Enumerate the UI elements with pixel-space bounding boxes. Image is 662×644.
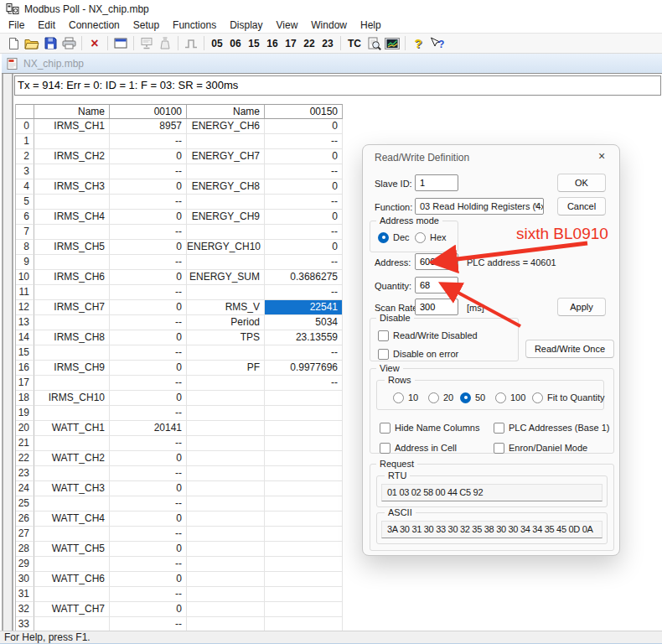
- function-select[interactable]: 03 Read Holding Registers (4x) ∨: [415, 198, 544, 215]
- value-cell[interactable]: --: [110, 164, 187, 179]
- menu-edit[interactable]: Edit: [31, 18, 62, 32]
- value-cell[interactable]: --: [265, 195, 343, 210]
- name-cell[interactable]: IRMS_CH1: [34, 119, 110, 134]
- name-cell[interactable]: [34, 466, 110, 481]
- value-cell[interactable]: --: [110, 285, 187, 300]
- value-cell[interactable]: --: [110, 134, 187, 149]
- value-cell[interactable]: --: [110, 345, 187, 361]
- value-cell[interactable]: [265, 557, 343, 572]
- function-06-button[interactable]: 06: [226, 34, 245, 52]
- name-cell[interactable]: [187, 406, 265, 421]
- value-cell[interactable]: --: [110, 406, 187, 421]
- menu-help[interactable]: Help: [354, 18, 388, 32]
- name-cell[interactable]: [187, 345, 265, 361]
- value-cell[interactable]: 8957: [110, 119, 187, 134]
- name-cell[interactable]: IRMS_CH7: [34, 300, 110, 315]
- value-cell[interactable]: [265, 496, 343, 512]
- value-cell[interactable]: --: [265, 164, 343, 179]
- menu-view[interactable]: View: [270, 18, 305, 32]
- value-cell[interactable]: --: [265, 134, 343, 149]
- value-cell[interactable]: --: [265, 345, 343, 361]
- value-cell[interactable]: --: [110, 315, 187, 330]
- name-cell[interactable]: ENERGY_CH7: [187, 149, 265, 164]
- name-cell[interactable]: [187, 421, 265, 436]
- value-cell[interactable]: [265, 406, 343, 421]
- value-cell[interactable]: [265, 617, 343, 631]
- name-cell[interactable]: [34, 406, 110, 421]
- value-cell[interactable]: 0: [110, 481, 187, 496]
- name-cell[interactable]: [187, 391, 265, 406]
- name-cell[interactable]: Period: [187, 315, 265, 330]
- value-cell[interactable]: [265, 421, 343, 436]
- value-cell[interactable]: 23.13559: [265, 330, 343, 345]
- name-cell[interactable]: WATT_CH5: [34, 542, 110, 557]
- radio-100[interactable]: 100: [495, 392, 525, 403]
- radio-fit-to-quantity[interactable]: Fit to Quantity: [532, 392, 604, 403]
- value-cell[interactable]: --: [110, 466, 187, 481]
- name-cell[interactable]: WATT_CH7: [34, 602, 110, 617]
- slave-id-input[interactable]: [415, 174, 458, 191]
- value-cell[interactable]: --: [265, 376, 343, 391]
- name-cell[interactable]: TPS: [187, 330, 265, 345]
- name-cell[interactable]: [187, 436, 265, 451]
- checkbox-address-in-cell[interactable]: Address in Cell: [380, 442, 457, 454]
- name-cell[interactable]: WATT_CH4: [34, 512, 110, 527]
- function-16-button[interactable]: 16: [263, 34, 282, 52]
- name-cell[interactable]: [34, 225, 110, 240]
- name-cell[interactable]: ENERGY_CH9: [187, 210, 265, 225]
- name-cell[interactable]: [187, 542, 265, 557]
- name-cell[interactable]: [187, 466, 265, 481]
- data-log-button[interactable]: [156, 34, 174, 52]
- name-cell[interactable]: IRMS_CH4: [34, 210, 110, 225]
- name-cell[interactable]: [187, 285, 265, 300]
- value-cell[interactable]: [265, 527, 343, 542]
- name-cell[interactable]: IRMS_CH3: [34, 179, 110, 195]
- value-cell[interactable]: --: [110, 436, 187, 451]
- address-input[interactable]: [415, 253, 458, 270]
- value-cell[interactable]: 0: [110, 361, 187, 376]
- checkbox-enron-daniel-mode[interactable]: Enron/Daniel Mode: [494, 442, 587, 454]
- name-cell[interactable]: [34, 164, 110, 179]
- menu-display[interactable]: Display: [223, 18, 269, 32]
- value-cell[interactable]: --: [110, 195, 187, 210]
- checkbox-read-write-disabled[interactable]: Read/Write Disabled: [378, 330, 478, 341]
- name-cell[interactable]: IRMS_CH5: [34, 240, 110, 255]
- chart-button[interactable]: [383, 34, 401, 52]
- name-cell[interactable]: [187, 481, 265, 496]
- menu-window[interactable]: Window: [304, 18, 354, 32]
- value-cell[interactable]: [265, 466, 343, 481]
- document-titlebar[interactable]: NX_chip.mbp: [2, 54, 662, 74]
- function-15-button[interactable]: 15: [245, 34, 263, 52]
- name-cell[interactable]: [187, 164, 265, 179]
- value-cell[interactable]: 0: [110, 330, 187, 345]
- radio-20[interactable]: 20: [428, 392, 453, 403]
- value-cell[interactable]: 0: [265, 179, 343, 195]
- name-cell[interactable]: IRMS_CH9: [34, 361, 110, 376]
- name-cell[interactable]: [34, 527, 110, 542]
- value-cell[interactable]: [265, 451, 343, 466]
- value-cell[interactable]: 0.9977696: [265, 361, 343, 376]
- value-cell[interactable]: 0: [110, 542, 187, 557]
- context-help-button[interactable]: ?: [427, 34, 447, 52]
- name-cell[interactable]: RMS_V: [187, 300, 265, 315]
- value-cell[interactable]: [265, 481, 343, 496]
- name-cell[interactable]: WATT_CH3: [34, 481, 110, 496]
- name-cell[interactable]: [34, 496, 110, 512]
- name-cell[interactable]: WATT_CH1: [34, 421, 110, 436]
- value-cell[interactable]: [265, 391, 343, 406]
- tc-button[interactable]: TC: [344, 34, 365, 52]
- print-preview-button[interactable]: [365, 34, 383, 52]
- name-cell[interactable]: [187, 557, 265, 572]
- name-cell[interactable]: [187, 376, 265, 391]
- name-cell[interactable]: [187, 255, 265, 270]
- name-cell[interactable]: ENERGY_CH8: [187, 179, 265, 195]
- value-cell[interactable]: --: [265, 255, 343, 270]
- value-cell[interactable]: 22541: [265, 300, 343, 315]
- scan-rate-input[interactable]: [415, 299, 458, 315]
- checkbox-hide-name-columns[interactable]: Hide Name Columns: [380, 422, 479, 434]
- name-cell[interactable]: ENERGY_CH6: [187, 119, 265, 134]
- save-file-button[interactable]: [41, 34, 59, 52]
- value-cell[interactable]: 0: [265, 149, 343, 164]
- value-cell[interactable]: --: [110, 557, 187, 572]
- radio-hex[interactable]: Hex: [415, 231, 447, 243]
